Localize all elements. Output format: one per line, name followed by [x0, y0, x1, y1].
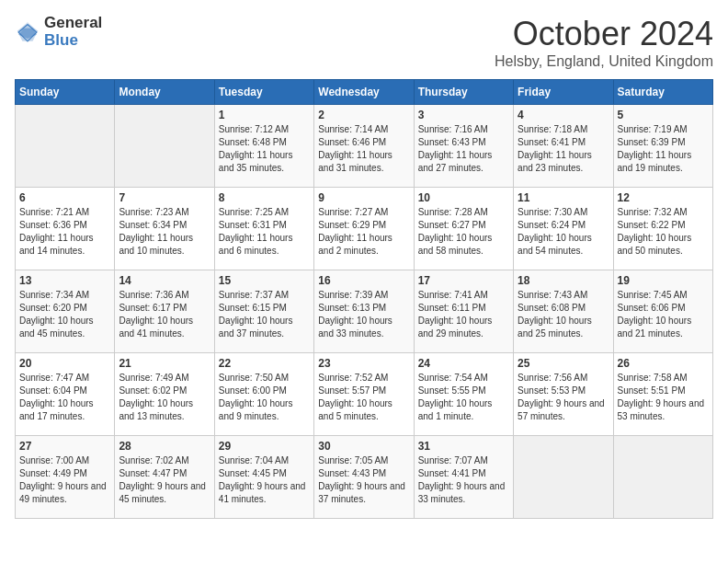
calendar-cell: 27 Sunrise: 7:00 AM Sunset: 4:49 PM Dayl…: [16, 436, 115, 519]
day-info: Sunrise: 7:28 AM Sunset: 6:27 PM Dayligh…: [418, 206, 509, 258]
day-info: Sunrise: 7:07 AM Sunset: 4:41 PM Dayligh…: [418, 454, 509, 506]
day-number: 19: [618, 274, 709, 287]
calendar-cell: 18 Sunrise: 7:43 AM Sunset: 6:08 PM Dayl…: [514, 270, 613, 353]
sunset: Sunset: 6:41 PM: [518, 137, 586, 147]
sunrise: Sunrise: 7:28 AM: [418, 207, 488, 217]
daylight: Daylight: 10 hours and 29 minutes.: [418, 316, 493, 339]
calendar-cell: 5 Sunrise: 7:19 AM Sunset: 6:39 PM Dayli…: [613, 105, 712, 188]
sunset: Sunset: 4:43 PM: [318, 468, 386, 478]
day-number: 3: [418, 109, 509, 121]
sunset: Sunset: 6:22 PM: [618, 220, 686, 230]
calendar-week-row: 6 Sunrise: 7:21 AM Sunset: 6:36 PM Dayli…: [16, 188, 713, 270]
day-number: 14: [119, 274, 210, 287]
day-info: Sunrise: 7:04 AM Sunset: 4:45 PM Dayligh…: [219, 454, 310, 506]
logo: General Blue: [15, 15, 102, 49]
day-info: Sunrise: 7:37 AM Sunset: 6:15 PM Dayligh…: [219, 289, 310, 340]
day-number: 6: [19, 191, 110, 204]
weekday-header-sunday: Sunday: [16, 80, 115, 105]
day-info: Sunrise: 7:45 AM Sunset: 6:06 PM Dayligh…: [618, 289, 709, 340]
daylight: Daylight: 11 hours and 35 minutes.: [219, 150, 293, 173]
day-info: Sunrise: 7:56 AM Sunset: 5:53 PM Dayligh…: [518, 372, 609, 423]
calendar-cell: 15 Sunrise: 7:37 AM Sunset: 6:15 PM Dayl…: [214, 270, 313, 353]
day-number: 2: [318, 109, 409, 121]
day-number: 17: [418, 274, 509, 287]
calendar-cell: 7 Sunrise: 7:23 AM Sunset: 6:34 PM Dayli…: [115, 188, 214, 270]
day-number: 18: [518, 274, 609, 287]
daylight: Daylight: 11 hours and 6 minutes.: [219, 233, 293, 256]
day-info: Sunrise: 7:36 AM Sunset: 6:17 PM Dayligh…: [119, 289, 210, 340]
day-number: 10: [418, 191, 509, 204]
calendar-cell: 1 Sunrise: 7:12 AM Sunset: 6:48 PM Dayli…: [214, 105, 313, 188]
calendar-cell: 22 Sunrise: 7:50 AM Sunset: 6:00 PM Dayl…: [214, 353, 313, 436]
sunrise: Sunrise: 7:56 AM: [518, 373, 587, 383]
sunrise: Sunrise: 7:49 AM: [119, 373, 188, 383]
weekday-header-row: SundayMondayTuesdayWednesdayThursdayFrid…: [16, 80, 713, 105]
daylight: Daylight: 11 hours and 10 minutes.: [119, 233, 193, 256]
sunrise: Sunrise: 7:05 AM: [318, 455, 388, 465]
sunrise: Sunrise: 7:19 AM: [618, 124, 688, 134]
calendar-cell: 30 Sunrise: 7:05 AM Sunset: 4:43 PM Dayl…: [314, 436, 414, 519]
sunset: Sunset: 5:53 PM: [518, 385, 586, 396]
sunrise: Sunrise: 7:00 AM: [19, 455, 89, 465]
calendar-cell: 14 Sunrise: 7:36 AM Sunset: 6:17 PM Dayl…: [115, 270, 214, 353]
sunset: Sunset: 6:13 PM: [318, 303, 386, 313]
calendar-cell: 12 Sunrise: 7:32 AM Sunset: 6:22 PM Dayl…: [613, 188, 712, 270]
calendar-cell: [16, 105, 115, 188]
day-number: 4: [518, 109, 609, 121]
day-info: Sunrise: 7:30 AM Sunset: 6:24 PM Dayligh…: [518, 206, 609, 258]
calendar-week-row: 13 Sunrise: 7:34 AM Sunset: 6:20 PM Dayl…: [16, 270, 713, 353]
sunset: Sunset: 6:00 PM: [219, 385, 287, 396]
day-info: Sunrise: 7:23 AM Sunset: 6:34 PM Dayligh…: [119, 206, 210, 258]
calendar-cell: 6 Sunrise: 7:21 AM Sunset: 6:36 PM Dayli…: [16, 188, 115, 270]
daylight: Daylight: 9 hours and 49 minutes.: [19, 481, 107, 504]
day-number: 8: [219, 191, 310, 204]
calendar-cell: 29 Sunrise: 7:04 AM Sunset: 4:45 PM Dayl…: [214, 436, 313, 519]
sunrise: Sunrise: 7:14 AM: [318, 124, 388, 134]
day-info: Sunrise: 7:00 AM Sunset: 4:49 PM Dayligh…: [19, 454, 110, 506]
daylight: Daylight: 10 hours and 50 minutes.: [618, 233, 692, 256]
daylight: Daylight: 10 hours and 33 minutes.: [318, 316, 392, 339]
calendar-cell: [613, 436, 712, 519]
day-number: 26: [618, 357, 709, 370]
sunrise: Sunrise: 7:39 AM: [318, 290, 388, 300]
calendar-cell: 26 Sunrise: 7:58 AM Sunset: 5:51 PM Dayl…: [613, 353, 712, 436]
day-info: Sunrise: 7:16 AM Sunset: 6:43 PM Dayligh…: [418, 123, 509, 175]
day-info: Sunrise: 7:39 AM Sunset: 6:13 PM Dayligh…: [318, 289, 409, 340]
daylight: Daylight: 11 hours and 31 minutes.: [318, 150, 392, 173]
logo-general: General: [44, 15, 102, 32]
daylight: Daylight: 11 hours and 14 minutes.: [19, 233, 94, 256]
sunset: Sunset: 5:55 PM: [418, 385, 486, 396]
day-info: Sunrise: 7:34 AM Sunset: 6:20 PM Dayligh…: [19, 289, 110, 340]
daylight: Daylight: 9 hours and 57 minutes.: [518, 398, 605, 421]
sunrise: Sunrise: 7:41 AM: [418, 290, 488, 300]
calendar-table: SundayMondayTuesdayWednesdayThursdayFrid…: [15, 79, 713, 519]
sunrise: Sunrise: 7:07 AM: [418, 455, 488, 465]
page-header: General Blue October 2024 Helsby, Englan…: [15, 15, 713, 70]
calendar-week-row: 1 Sunrise: 7:12 AM Sunset: 6:48 PM Dayli…: [16, 105, 713, 188]
day-info: Sunrise: 7:02 AM Sunset: 4:47 PM Dayligh…: [119, 454, 210, 506]
daylight: Daylight: 10 hours and 54 minutes.: [518, 233, 592, 256]
calendar-week-row: 20 Sunrise: 7:47 AM Sunset: 6:04 PM Dayl…: [16, 353, 713, 436]
day-number: 15: [219, 274, 310, 287]
daylight: Daylight: 10 hours and 13 minutes.: [119, 398, 193, 421]
sunset: Sunset: 6:08 PM: [518, 303, 586, 313]
sunset: Sunset: 6:34 PM: [119, 220, 187, 230]
sunrise: Sunrise: 7:30 AM: [518, 207, 587, 217]
day-info: Sunrise: 7:18 AM Sunset: 6:41 PM Dayligh…: [518, 123, 609, 175]
weekday-header-saturday: Saturday: [613, 80, 712, 105]
day-info: Sunrise: 7:50 AM Sunset: 6:00 PM Dayligh…: [219, 372, 310, 423]
daylight: Daylight: 10 hours and 37 minutes.: [219, 316, 293, 339]
sunrise: Sunrise: 7:02 AM: [119, 455, 188, 465]
sunrise: Sunrise: 7:45 AM: [618, 290, 688, 300]
day-number: 16: [318, 274, 409, 287]
sunrise: Sunrise: 7:25 AM: [219, 207, 289, 217]
day-number: 24: [418, 357, 509, 370]
daylight: Daylight: 10 hours and 58 minutes.: [418, 233, 493, 256]
location-subtitle: Helsby, England, United Kingdom: [495, 53, 713, 70]
sunset: Sunset: 6:24 PM: [518, 220, 586, 230]
calendar-cell: 21 Sunrise: 7:49 AM Sunset: 6:02 PM Dayl…: [115, 353, 214, 436]
sunrise: Sunrise: 7:52 AM: [318, 373, 388, 383]
daylight: Daylight: 11 hours and 2 minutes.: [318, 233, 392, 256]
sunset: Sunset: 5:51 PM: [618, 385, 686, 396]
day-number: 13: [19, 274, 110, 287]
